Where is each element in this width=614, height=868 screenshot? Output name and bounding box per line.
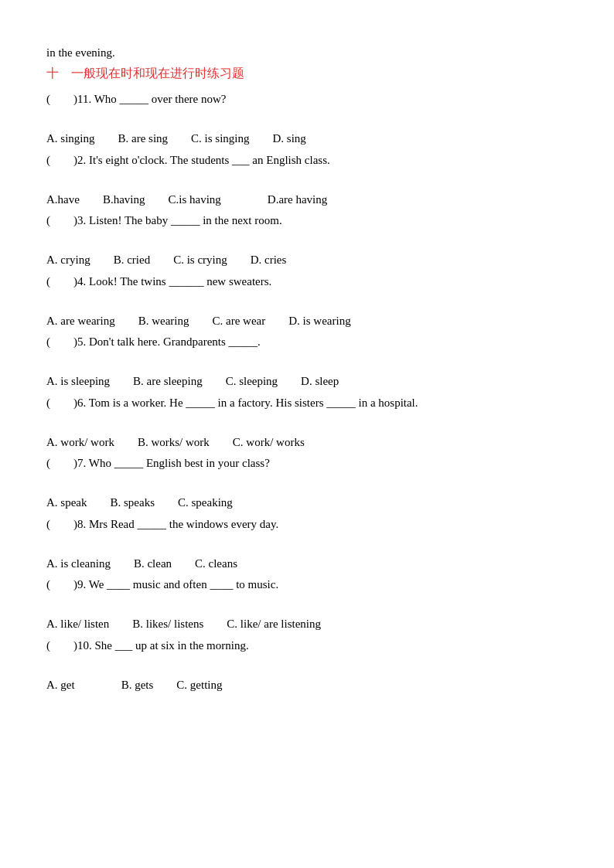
question-options-9: A. like/ listen B. likes/ listens C. lik… (46, 614, 575, 635)
question-options-8: A. is cleaning B. clean C. cleans (46, 554, 575, 574)
question-block-7: ( )7. Who _____ English best in your cla… (46, 454, 575, 513)
question-stem-6: ( )6. Tom is a worker. He _____ in a fac… (46, 393, 575, 414)
question-options-2: A.have B.having C.is having D.are having (46, 190, 575, 210)
question-stem-3: ( )3. Listen! The baby _____ in the next… (46, 211, 575, 231)
question-block-4: ( )4. Look! The twins ______ new sweater… (46, 272, 575, 332)
question-block-6: ( )6. Tom is a worker. He _____ in a fac… (46, 393, 575, 453)
question-options-5: A. is sleeping B. are sleeping C. sleepi… (46, 372, 575, 392)
question-block-9: ( )9. We ____ music and often ____ to mu… (46, 575, 575, 635)
question-block-1: ( )11. Who _____ over there now?A. singi… (46, 90, 575, 149)
intro-text: in the evening. (46, 46, 575, 60)
question-stem-5: ( )5. Don't talk here. Grandparents ____… (46, 332, 575, 352)
question-block-2: ( )2. It's eight o'clock. The students _… (46, 151, 575, 210)
question-block-3: ( )3. Listen! The baby _____ in the next… (46, 211, 575, 271)
question-stem-1: ( )11. Who _____ over there now? (46, 90, 575, 110)
question-stem-9: ( )9. We ____ music and often ____ to mu… (46, 575, 575, 595)
question-stem-2: ( )2. It's eight o'clock. The students _… (46, 151, 575, 171)
question-stem-4: ( )4. Look! The twins ______ new sweater… (46, 272, 575, 292)
question-options-10: A. get B. gets C. getting (46, 676, 575, 696)
question-stem-8: ( )8. Mrs Read _____ the windows every d… (46, 515, 575, 535)
question-block-10: ( )10. She ___ up at six in the morning.… (46, 636, 575, 696)
questions-container: ( )11. Who _____ over there now?A. singi… (46, 90, 575, 695)
question-options-3: A. crying B. cried C. is crying D. cries (46, 250, 575, 271)
question-options-7: A. speak B. speaks C. speaking (46, 493, 575, 513)
question-block-5: ( )5. Don't talk here. Grandparents ____… (46, 332, 575, 392)
section-title: 十 一般现在时和现在进行时练习题 (46, 66, 575, 82)
question-block-8: ( )8. Mrs Read _____ the windows every d… (46, 515, 575, 574)
question-options-6: A. work/ work B. works/ work C. work/ wo… (46, 433, 575, 453)
question-options-4: A. are wearing B. wearing C. are wear D.… (46, 311, 575, 332)
question-options-1: A. singing B. are sing C. is singing D. … (46, 129, 575, 149)
question-stem-7: ( )7. Who _____ English best in your cla… (46, 454, 575, 474)
question-stem-10: ( )10. She ___ up at six in the morning. (46, 636, 575, 656)
